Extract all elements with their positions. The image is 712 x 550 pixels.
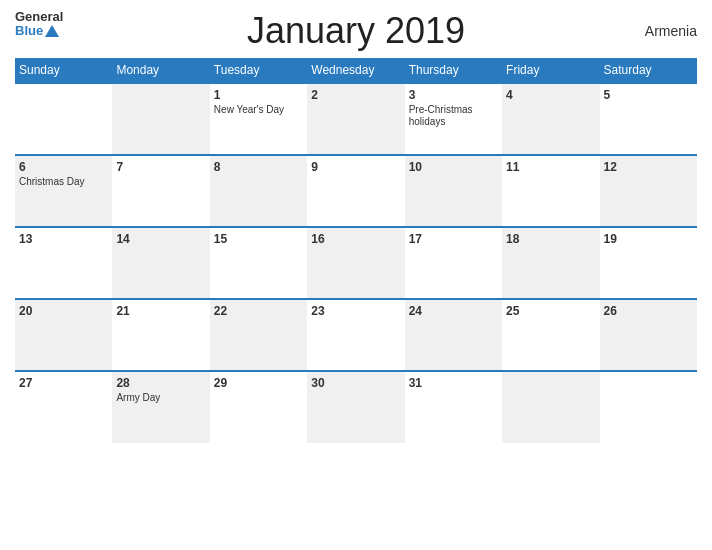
calendar-header: General Blue January 2019 Armenia bbox=[15, 10, 697, 52]
day-number: 28 bbox=[116, 376, 205, 390]
calendar-week-row: 6Christmas Day789101112 bbox=[15, 155, 697, 227]
day-number: 30 bbox=[311, 376, 400, 390]
calendar-week-row: 2728Army Day293031 bbox=[15, 371, 697, 443]
calendar-day-cell: 1New Year's Day bbox=[210, 83, 307, 155]
calendar-day-cell: 21 bbox=[112, 299, 209, 371]
day-number: 19 bbox=[604, 232, 693, 246]
calendar-day-cell: 13 bbox=[15, 227, 112, 299]
day-number: 7 bbox=[116, 160, 205, 174]
header-sunday: Sunday bbox=[15, 58, 112, 83]
calendar-wrapper: General Blue January 2019 Armenia Sunday… bbox=[0, 0, 712, 550]
day-number: 3 bbox=[409, 88, 498, 102]
day-event: New Year's Day bbox=[214, 104, 303, 116]
logo-blue-text: Blue bbox=[15, 24, 43, 38]
calendar-day-cell: 26 bbox=[600, 299, 697, 371]
calendar-day-cell: 18 bbox=[502, 227, 599, 299]
day-number: 29 bbox=[214, 376, 303, 390]
calendar-table: Sunday Monday Tuesday Wednesday Thursday… bbox=[15, 58, 697, 443]
month-title: January 2019 bbox=[247, 10, 465, 52]
calendar-day-cell: 4 bbox=[502, 83, 599, 155]
calendar-day-cell: 10 bbox=[405, 155, 502, 227]
day-number: 22 bbox=[214, 304, 303, 318]
calendar-day-cell: 15 bbox=[210, 227, 307, 299]
calendar-day-cell bbox=[15, 83, 112, 155]
calendar-week-row: 1New Year's Day23Pre-Christmas holidays4… bbox=[15, 83, 697, 155]
day-event: Army Day bbox=[116, 392, 205, 404]
calendar-day-cell: 2 bbox=[307, 83, 404, 155]
day-number: 10 bbox=[409, 160, 498, 174]
calendar-day-cell: 5 bbox=[600, 83, 697, 155]
calendar-day-cell: 22 bbox=[210, 299, 307, 371]
calendar-day-cell: 3Pre-Christmas holidays bbox=[405, 83, 502, 155]
calendar-week-row: 13141516171819 bbox=[15, 227, 697, 299]
day-number: 27 bbox=[19, 376, 108, 390]
calendar-day-cell: 31 bbox=[405, 371, 502, 443]
day-number: 16 bbox=[311, 232, 400, 246]
calendar-body: 1New Year's Day23Pre-Christmas holidays4… bbox=[15, 83, 697, 443]
day-number: 5 bbox=[604, 88, 693, 102]
header-thursday: Thursday bbox=[405, 58, 502, 83]
day-number: 18 bbox=[506, 232, 595, 246]
calendar-day-cell: 12 bbox=[600, 155, 697, 227]
calendar-day-cell bbox=[502, 371, 599, 443]
calendar-day-cell: 11 bbox=[502, 155, 599, 227]
calendar-day-cell: 27 bbox=[15, 371, 112, 443]
day-number: 9 bbox=[311, 160, 400, 174]
day-number: 24 bbox=[409, 304, 498, 318]
day-number: 14 bbox=[116, 232, 205, 246]
calendar-day-cell: 7 bbox=[112, 155, 209, 227]
calendar-day-cell: 23 bbox=[307, 299, 404, 371]
header-wednesday: Wednesday bbox=[307, 58, 404, 83]
calendar-day-cell: 25 bbox=[502, 299, 599, 371]
day-number: 4 bbox=[506, 88, 595, 102]
day-event: Christmas Day bbox=[19, 176, 108, 188]
day-number: 23 bbox=[311, 304, 400, 318]
header-saturday: Saturday bbox=[600, 58, 697, 83]
day-number: 8 bbox=[214, 160, 303, 174]
day-number: 6 bbox=[19, 160, 108, 174]
day-number: 15 bbox=[214, 232, 303, 246]
header-tuesday: Tuesday bbox=[210, 58, 307, 83]
header-friday: Friday bbox=[502, 58, 599, 83]
day-number: 21 bbox=[116, 304, 205, 318]
header-monday: Monday bbox=[112, 58, 209, 83]
calendar-day-cell bbox=[600, 371, 697, 443]
calendar-day-cell: 19 bbox=[600, 227, 697, 299]
day-event: Pre-Christmas holidays bbox=[409, 104, 498, 128]
calendar-day-cell: 6Christmas Day bbox=[15, 155, 112, 227]
calendar-day-cell: 16 bbox=[307, 227, 404, 299]
calendar-day-cell: 28Army Day bbox=[112, 371, 209, 443]
day-number: 17 bbox=[409, 232, 498, 246]
day-number: 20 bbox=[19, 304, 108, 318]
weekday-header-row: Sunday Monday Tuesday Wednesday Thursday… bbox=[15, 58, 697, 83]
calendar-day-cell: 30 bbox=[307, 371, 404, 443]
calendar-day-cell bbox=[112, 83, 209, 155]
logo-general-text: General bbox=[15, 10, 63, 24]
day-number: 31 bbox=[409, 376, 498, 390]
day-number: 1 bbox=[214, 88, 303, 102]
calendar-day-cell: 29 bbox=[210, 371, 307, 443]
day-number: 11 bbox=[506, 160, 595, 174]
day-number: 13 bbox=[19, 232, 108, 246]
country-label: Armenia bbox=[645, 23, 697, 39]
day-number: 26 bbox=[604, 304, 693, 318]
calendar-day-cell: 14 bbox=[112, 227, 209, 299]
day-number: 2 bbox=[311, 88, 400, 102]
day-number: 12 bbox=[604, 160, 693, 174]
calendar-day-cell: 24 bbox=[405, 299, 502, 371]
calendar-day-cell: 9 bbox=[307, 155, 404, 227]
logo: General Blue bbox=[15, 10, 63, 39]
calendar-day-cell: 20 bbox=[15, 299, 112, 371]
calendar-week-row: 20212223242526 bbox=[15, 299, 697, 371]
calendar-day-cell: 17 bbox=[405, 227, 502, 299]
calendar-day-cell: 8 bbox=[210, 155, 307, 227]
logo-triangle-icon bbox=[45, 25, 59, 37]
day-number: 25 bbox=[506, 304, 595, 318]
